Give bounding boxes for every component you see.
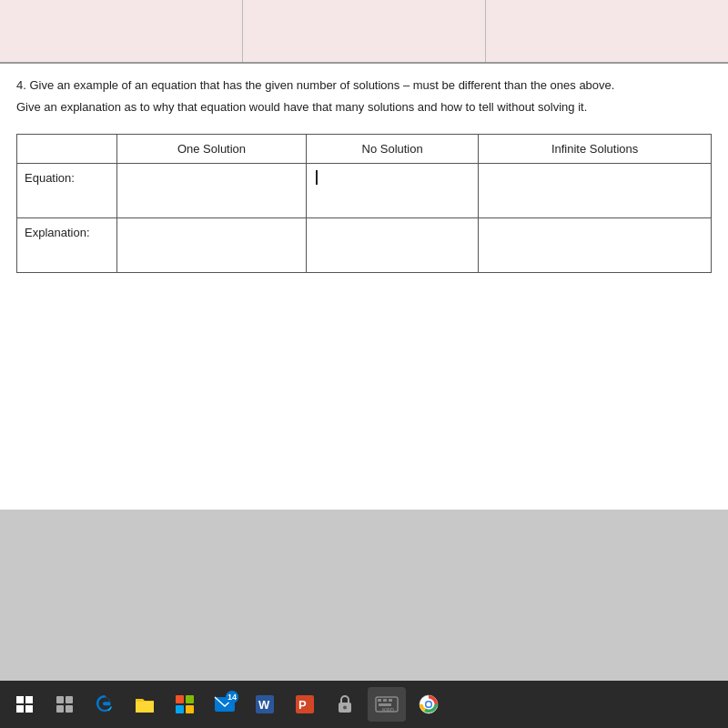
svg-text:W: W <box>258 698 270 712</box>
top-row <box>0 0 728 64</box>
store-icon <box>175 694 195 714</box>
start-button[interactable] <box>7 687 42 722</box>
svg-rect-16 <box>378 699 381 702</box>
top-cell-1 <box>0 0 243 62</box>
word-button[interactable]: W <box>248 687 282 722</box>
svg-rect-17 <box>383 699 387 702</box>
top-cell-3 <box>486 0 728 62</box>
explanation-one-solution[interactable] <box>117 218 307 273</box>
equation-no-solution[interactable] <box>307 164 479 218</box>
taskbar: 14 W P KBD <box>0 681 728 728</box>
instruction-line1: 4. Give an example of an equation that h… <box>16 76 712 95</box>
svg-point-24 <box>427 703 431 707</box>
powerpoint-button[interactable]: P <box>288 687 322 722</box>
edge-button[interactable] <box>87 687 122 722</box>
word-icon: W <box>254 693 276 715</box>
svg-rect-3 <box>66 705 73 713</box>
equation-label: Equation: <box>17 164 117 218</box>
store-button[interactable] <box>167 687 202 722</box>
svg-rect-2 <box>56 705 64 713</box>
equation-infinite-solutions[interactable] <box>479 164 712 218</box>
page-content: 4. Give an example of an equation that h… <box>0 0 728 510</box>
lock-icon <box>336 694 354 714</box>
edge-icon <box>94 693 116 715</box>
equation-one-solution[interactable] <box>117 164 307 218</box>
header-col0 <box>17 135 117 164</box>
chrome-icon <box>418 693 440 715</box>
svg-rect-6 <box>176 705 184 713</box>
file-explorer-button[interactable] <box>127 687 162 722</box>
blank-area <box>0 273 728 510</box>
svg-rect-7 <box>186 705 194 713</box>
svg-rect-5 <box>186 695 194 703</box>
header-no-solution: No Solution <box>307 135 479 164</box>
cursor-indicator <box>316 170 318 185</box>
mail-button[interactable]: 14 <box>207 687 242 722</box>
windows-icon <box>16 696 33 713</box>
header-one-solution: One Solution <box>117 135 307 164</box>
kbd-button[interactable]: KBD <box>368 687 406 722</box>
taskview-icon <box>56 695 74 713</box>
explanation-infinite-solutions[interactable] <box>479 218 712 273</box>
instructions-block: 4. Give an example of an equation that h… <box>0 64 728 126</box>
kbd-icon: KBD <box>375 696 399 713</box>
solutions-table: One Solution No Solution Infinite Soluti… <box>16 134 712 273</box>
header-infinite-solutions: Infinite Solutions <box>479 135 712 164</box>
folder-icon <box>134 694 156 714</box>
svg-rect-1 <box>66 696 73 703</box>
svg-text:KBD: KBD <box>382 707 395 713</box>
svg-rect-0 <box>56 696 64 703</box>
mail-badge: 14 <box>226 691 238 703</box>
vpn-button[interactable] <box>328 687 362 722</box>
top-cell-2 <box>243 0 486 62</box>
svg-rect-19 <box>379 703 391 706</box>
explanation-row: Explanation: <box>17 218 712 273</box>
svg-rect-18 <box>389 699 392 702</box>
table-header-row: One Solution No Solution Infinite Soluti… <box>17 135 712 164</box>
powerpoint-icon: P <box>294 693 316 715</box>
explanation-no-solution[interactable] <box>307 218 479 273</box>
svg-rect-4 <box>176 695 184 703</box>
chrome-button[interactable] <box>411 687 446 722</box>
svg-point-14 <box>343 706 347 710</box>
equation-row: Equation: <box>17 164 712 218</box>
svg-text:P: P <box>298 698 307 712</box>
taskview-button[interactable] <box>47 687 82 722</box>
explanation-label: Explanation: <box>17 218 117 273</box>
instruction-line2: Give an explanation as to why that equat… <box>16 98 712 116</box>
